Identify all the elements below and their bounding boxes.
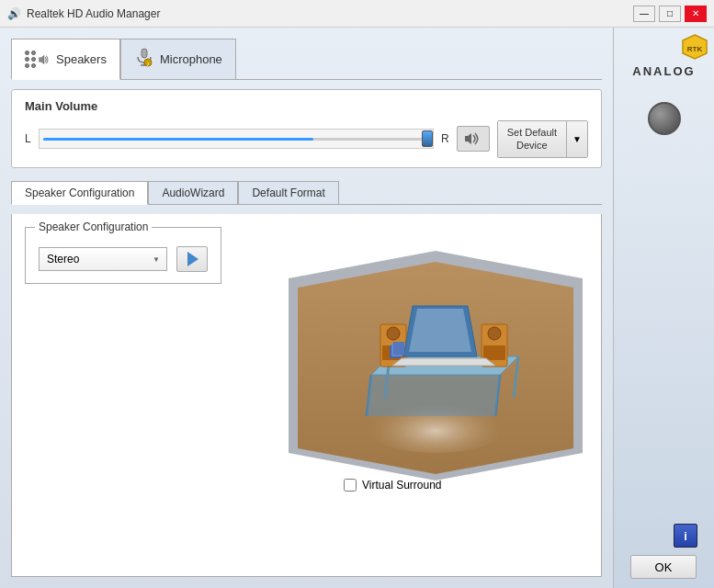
svg-point-20 bbox=[488, 327, 501, 340]
speaker-config-select[interactable]: Stereo Mono Quadraphonic 5.1 Surround 7.… bbox=[39, 247, 167, 271]
virtual-surround-checkbox[interactable] bbox=[344, 479, 357, 492]
volume-section: Main Volume L R bbox=[11, 89, 602, 168]
svg-rect-27 bbox=[393, 342, 404, 355]
speaker-svg-icon bbox=[38, 51, 51, 68]
tab-audiowizard[interactable]: AudioWizard bbox=[148, 181, 238, 204]
slider-fill bbox=[43, 138, 313, 141]
info-icon: i bbox=[676, 526, 695, 545]
svg-text:i: i bbox=[684, 529, 687, 543]
svg-text:RTK: RTK bbox=[687, 45, 703, 53]
tab-microphone[interactable]: ♪ Microphone bbox=[120, 39, 236, 79]
ok-button[interactable]: OK bbox=[630, 555, 697, 579]
svg-rect-1 bbox=[142, 49, 147, 58]
speaker-button-icon bbox=[464, 131, 482, 146]
slider-track bbox=[43, 138, 429, 141]
slider-thumb[interactable] bbox=[422, 130, 433, 147]
virtual-surround: Virtual Surround bbox=[344, 479, 442, 492]
minimize-button[interactable]: — bbox=[633, 6, 655, 22]
svg-marker-6 bbox=[465, 133, 471, 144]
virtual-surround-label: Virtual Surround bbox=[362, 479, 442, 492]
analog-label-container: ANALOG bbox=[632, 64, 695, 78]
set-default-label[interactable]: Set DefaultDevice bbox=[498, 121, 567, 157]
info-button[interactable]: i bbox=[674, 524, 697, 548]
tab-microphone-label: Microphone bbox=[160, 52, 222, 66]
speaker-config-select-wrapper: Stereo Mono Quadraphonic 5.1 Surround 7.… bbox=[39, 247, 167, 271]
right-panel: RTK ANALOG i OK bbox=[613, 28, 714, 588]
speaker-config-group-label: Speaker Configuration bbox=[35, 220, 152, 233]
title-bar-controls: — □ ✕ bbox=[633, 6, 707, 22]
tab-speakers[interactable]: Speakers bbox=[11, 39, 120, 80]
tab-speaker-configuration[interactable]: Speaker Configuration bbox=[11, 181, 148, 205]
speakers-icon bbox=[25, 50, 51, 70]
bottom-bar: OK bbox=[613, 546, 714, 588]
analog-label: ANALOG bbox=[632, 64, 695, 78]
volume-row: L R Set DefaultDevice bbox=[25, 120, 588, 158]
title-bar: 🔊 Realtek HD Audio Manager — □ ✕ bbox=[0, 0, 714, 28]
mute-button[interactable] bbox=[457, 126, 490, 152]
room-svg bbox=[270, 214, 601, 485]
play-icon bbox=[187, 252, 198, 266]
title-bar-left: 🔊 Realtek HD Audio Manager bbox=[7, 7, 160, 20]
microphone-icon: ♪ bbox=[134, 47, 154, 72]
inner-tabs: Speaker Configuration AudioWizard Defaul… bbox=[11, 181, 602, 205]
play-test-button[interactable] bbox=[176, 246, 208, 272]
config-row: Stereo Mono Quadraphonic 5.1 Surround 7.… bbox=[39, 246, 208, 272]
speaker-config-panel: Speaker Configuration Stereo Mono Quadra… bbox=[11, 214, 602, 577]
svg-marker-23 bbox=[409, 309, 471, 352]
svg-text:♪: ♪ bbox=[146, 61, 150, 67]
app-icon: 🔊 bbox=[7, 7, 21, 20]
volume-slider-container bbox=[39, 129, 434, 149]
connector-knob[interactable] bbox=[648, 102, 681, 135]
main-container: Speakers ♪ Microphone Main Volum bbox=[0, 28, 714, 588]
tab-speakers-label: Speakers bbox=[56, 52, 107, 66]
left-panel: Speakers ♪ Microphone Main Volum bbox=[0, 28, 613, 588]
speaker-config-group: Speaker Configuration Stereo Mono Quadra… bbox=[25, 227, 221, 284]
svg-marker-0 bbox=[40, 55, 44, 63]
tab-row: Speakers ♪ Microphone bbox=[11, 39, 602, 80]
set-default-button[interactable]: Set DefaultDevice ▼ bbox=[497, 120, 588, 158]
maximize-button[interactable]: □ bbox=[659, 6, 681, 22]
svg-point-17 bbox=[387, 327, 400, 340]
mic-svg-icon: ♪ bbox=[134, 47, 154, 67]
svg-marker-15 bbox=[367, 375, 500, 416]
realtek-logo-icon: RTK bbox=[681, 33, 708, 61]
speaker-dots bbox=[25, 51, 36, 68]
close-button[interactable]: ✕ bbox=[685, 6, 707, 22]
realtek-logo: RTK bbox=[681, 33, 708, 63]
svg-rect-21 bbox=[483, 345, 505, 360]
volume-label: Main Volume bbox=[25, 99, 588, 113]
app-title: Realtek HD Audio Manager bbox=[27, 7, 160, 20]
set-default-dropdown-arrow[interactable]: ▼ bbox=[567, 121, 587, 157]
tab-default-format[interactable]: Default Format bbox=[238, 181, 338, 204]
right-channel-label: R bbox=[441, 132, 449, 145]
svg-marker-24 bbox=[392, 358, 495, 366]
left-channel-label: L bbox=[25, 132, 31, 145]
room-visualization: Virtual Surround bbox=[270, 214, 601, 499]
